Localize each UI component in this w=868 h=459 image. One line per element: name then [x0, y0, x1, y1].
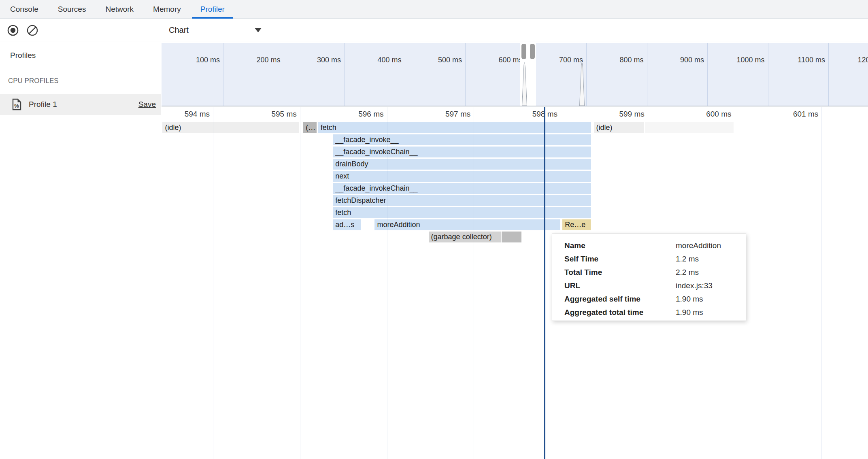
tooltip-value: 1.90 ms [676, 295, 703, 304]
flame-block-fetchdispatcher[interactable]: fetchDispatcher [333, 195, 591, 206]
save-link[interactable]: Save [138, 100, 156, 109]
cpu-profiles-section-heading: CPU PROFILES [8, 77, 59, 85]
flame-block-idle[interactable]: (idle) [594, 122, 645, 133]
tooltip-row: URLindex.js:33 [564, 279, 746, 292]
playhead-line [544, 107, 545, 459]
flame-block-re-e[interactable]: Re…e [562, 219, 591, 230]
clear-icon [26, 24, 38, 36]
profiler-main-pane: Chart 100 ms200 ms300 ms400 ms500 ms600 … [162, 19, 868, 459]
flame-block-next[interactable]: next [333, 171, 591, 182]
flame-block-fetch[interactable]: fetch [318, 122, 591, 133]
devtools-tab-bar: ConsoleSourcesNetworkMemoryProfiler [0, 0, 868, 19]
tab-console[interactable]: Console [6, 0, 43, 19]
flame-block[interactable] [502, 232, 521, 242]
sidebar-toolbar [0, 19, 161, 42]
tooltip-label: Name [564, 241, 676, 250]
flame-block-idle[interactable]: (idle) [162, 122, 299, 133]
tab-memory[interactable]: Memory [149, 0, 185, 19]
tooltip-value: 2.2 ms [676, 268, 699, 277]
tooltip-value: 1.90 ms [676, 308, 703, 317]
record-icon [7, 24, 19, 36]
flame-block[interactable] [645, 122, 734, 133]
flame-block-drainbody[interactable]: drainBody [333, 159, 591, 170]
tab-profiler[interactable]: Profiler [196, 0, 229, 19]
flame-block-[interactable]: (… [303, 122, 316, 133]
flame-block-facade-invoke[interactable]: __facade_invoke__ [333, 134, 591, 145]
tooltip-row: NamemoreAddition [564, 239, 746, 252]
tooltip-label: URL [564, 281, 676, 290]
sidebar-item-profile-1[interactable]: % Profile 1 Save [0, 94, 161, 115]
flame-block-fetch[interactable]: fetch [333, 207, 591, 218]
tooltip-value: 1.2 ms [676, 255, 699, 264]
flame-block-garbage-collector[interactable]: (garbage collector) [429, 232, 501, 242]
tooltip-label: Aggregated total time [564, 308, 676, 317]
profiles-heading: Profiles [10, 51, 36, 60]
tooltip-row: Aggregated total time1.90 ms [564, 306, 746, 319]
tooltip-value: moreAddition [676, 241, 721, 250]
tab-network[interactable]: Network [101, 0, 138, 19]
record-button[interactable] [6, 24, 19, 37]
flame-block-moreaddition[interactable]: moreAddition [374, 219, 560, 230]
tooltip-row: Total Time2.2 ms [564, 266, 746, 279]
tooltip-value: index.js:33 [676, 281, 713, 290]
svg-text:%: % [14, 103, 19, 109]
flame-block-ad-s[interactable]: ad…s [333, 219, 361, 230]
profile-document-icon: % [12, 98, 21, 110]
tab-sources[interactable]: Sources [53, 0, 91, 19]
tooltip-label: Total Time [564, 268, 676, 277]
tooltip: NamemoreAdditionSelf Time1.2 msTotal Tim… [552, 234, 746, 321]
profile-name: Profile 1 [29, 100, 138, 109]
tooltip-row: Aggregated self time1.90 ms [564, 292, 746, 306]
clear-button[interactable] [26, 24, 39, 37]
devtools-profiler-panel: ConsoleSourcesNetworkMemoryProfiler [0, 0, 868, 459]
flame-block-facade-invokechain[interactable]: __facade_invokeChain__ [333, 147, 591, 157]
profiler-sidebar: Profiles CPU PROFILES % Profile 1 Save [0, 19, 161, 459]
flame-block-facade-invokechain[interactable]: __facade_invokeChain__ [333, 183, 591, 194]
tooltip-label: Aggregated self time [564, 295, 676, 304]
flame-chart[interactable]: (idle)(…fetch(idle)__facade_invoke____fa… [162, 19, 868, 459]
tooltip-row: Self Time1.2 ms [564, 252, 746, 266]
tooltip-label: Self Time [564, 255, 676, 264]
